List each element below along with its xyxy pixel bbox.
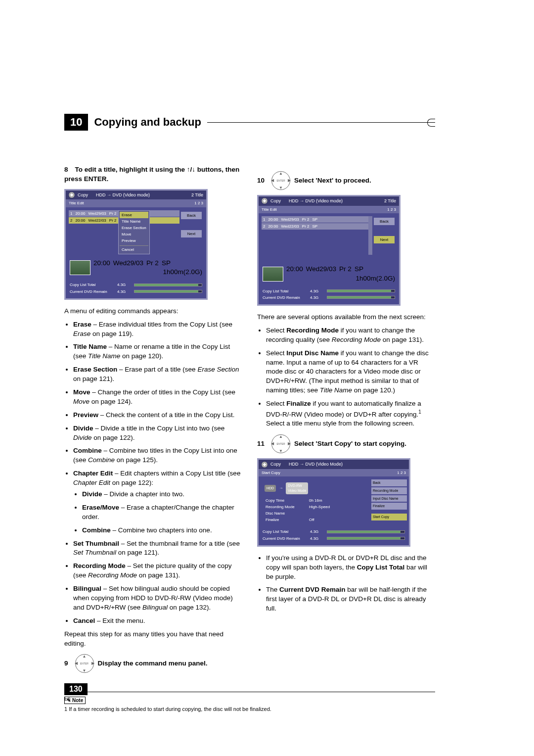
list-item: Erase – Erase individual titles from the… [73, 320, 242, 339]
dvd-icon: DVD-RW Video Mode [286, 482, 308, 494]
list-item: Bilingual – Set how bilingual audio shou… [73, 584, 242, 613]
footnote-text: 1 If a timer recording is scheduled to s… [64, 706, 435, 712]
step-10: 10 ▲▼◀▶ Select 'Next' to proceed. [257, 171, 435, 190]
after-step10-text: There are several options available from… [257, 313, 435, 322]
left-column: 8To edit a title, highlight it using the… [64, 165, 242, 677]
repeat-text: Repeat this step for as many titles you … [64, 630, 242, 649]
list-item: The Current DVD Remain bar will be half-… [266, 585, 435, 614]
list-item: Divide – Divide a title in the Copy List… [73, 424, 242, 443]
step-8-heading: 8To edit a title, highlight it using the… [64, 165, 242, 184]
step-11: 11 ▲▼◀▶ Select 'Start Copy' to start cop… [257, 434, 435, 453]
chapter-title: Copying and backup [94, 116, 201, 129]
list-item: Select Input Disc Name if you want to ch… [266, 349, 435, 395]
enter-dpad-icon: ▲▼◀▶ [75, 654, 94, 673]
chapter-header: 10 Copying and backup [64, 114, 435, 131]
list-item: Cancel – Exit the menu. [73, 616, 242, 626]
start-copy-screenshot: Copy HDD → DVD (Video Mode) Start Copy1 … [257, 458, 435, 547]
list-item: Combine – Combine two titles in the Copy… [73, 446, 242, 465]
list-item: Select Recording Mode if you want to cha… [266, 326, 435, 345]
back-button: Back [374, 218, 395, 225]
list-item: Select Finalize if you want to automatic… [266, 399, 435, 428]
list-item: Set Thumbnail – Set the thumbnail frame … [73, 539, 242, 558]
next-screen-options-list: Select Recording Mode if you want to cha… [266, 326, 435, 428]
disc-icon [69, 192, 75, 198]
menu-intro-text: A menu of editing commands appears: [64, 307, 242, 316]
scrollbar [368, 216, 372, 255]
header-rule [207, 122, 435, 123]
page-number-block: 130 En [64, 683, 88, 702]
hdd-icon: HDD [265, 485, 276, 492]
list-item: Erase/Move – Erase a chapter/Change the … [82, 503, 242, 522]
enter-dpad-icon: ▲▼◀▶ [271, 171, 290, 190]
footnote-separator [64, 692, 435, 692]
enter-dpad-icon: ▲▼◀▶ [271, 434, 290, 453]
step-9: 9 ▲▼◀▶ Display the command menu panel. [64, 654, 242, 673]
right-column: 10 ▲▼◀▶ Select 'Next' to proceed. Copy H… [257, 165, 435, 677]
page-language: En [64, 696, 88, 702]
arrow-right-icon: → [279, 485, 283, 491]
disc-icon [262, 198, 267, 204]
edit-commands-list: Erase – Erase individual titles from the… [73, 320, 242, 626]
next-button: Next [374, 236, 395, 243]
list-item: Preview – Check the content of a title i… [73, 411, 242, 420]
list-item: Combine – Combine two chapters into one. [82, 526, 242, 535]
back-button: Back [181, 212, 202, 219]
start-copy-menu: Back Recording Mode Input Disc Name Fina… [371, 478, 407, 521]
list-item: Chapter Edit – Edit chapters within a Co… [73, 469, 242, 535]
thumbnail-preview [70, 260, 90, 275]
chapter-number: 10 [64, 114, 88, 131]
post-step11-list: If you're using a DVD-R DL or DVD+R DL d… [266, 554, 435, 614]
list-item: Divide – Divide a chapter into two. [82, 490, 242, 499]
list-item: Erase Section – Erase part of a title (s… [73, 365, 242, 384]
title-edit-screenshot-1: Copy HDD → DVD (Video mode) 2 Title Titl… [64, 189, 242, 300]
list-item: Title Name – Name or rename a title in t… [73, 342, 242, 361]
disc-icon [262, 462, 267, 468]
thumbnail-preview [263, 267, 283, 282]
next-button: Next [181, 230, 202, 237]
page-number: 130 [64, 683, 88, 695]
list-item: Recording Mode – Set the picture quality… [73, 562, 242, 580]
list-item: Move – Change the order of titles in the… [73, 388, 242, 407]
title-edit-screenshot-2: Copy HDD → DVD (Video mode) 2 Title Titl… [257, 195, 435, 306]
context-menu: Erase Title Name Erase Section Move Prev… [118, 210, 150, 254]
list-item: If you're using a DVD-R DL or DVD+R DL d… [266, 554, 435, 582]
